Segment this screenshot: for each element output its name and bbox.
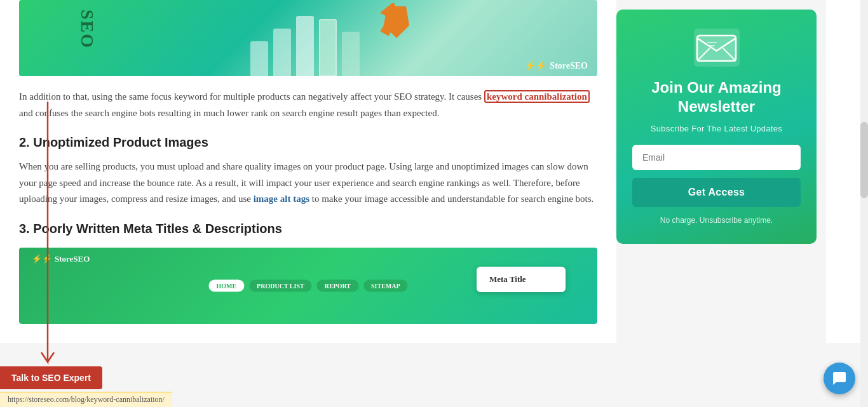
seo-label: SEO [77,10,97,49]
meta-title-box: Meta Title [477,267,566,292]
main-content: SEO ⚡⚡ StoreSEO [0,0,616,343]
newsletter-title: Join Our Amazing Newsletter [632,78,801,116]
storeseo-icon: ⚡⚡ [525,60,546,71]
storeseo-logo: ⚡⚡ StoreSEO [525,60,588,71]
newsletter-card: Join Our Amazing Newsletter Subscribe Fo… [616,10,817,244]
paragraph-1: In addition to that, using the same focu… [19,89,597,121]
para1-before: In addition to that, using the same focu… [19,91,484,102]
para1-after: and confuses the search engine bots resu… [19,108,439,118]
nav-report: REPORT [317,279,358,291]
scrollbar-thumb[interactable] [860,122,868,198]
chart-bars [250,16,360,76]
newsletter-subtitle: Subscribe For The Latest Updates [632,124,801,133]
meta-title-label: Meta Title [489,274,526,284]
scrollbar-track[interactable] [860,0,868,343]
envelope-svg [696,30,737,65]
nav-product-list: PRODUCT LIST [249,279,312,291]
svg-rect-2 [707,42,717,43]
article-body: In addition to that, using the same focu… [19,89,597,324]
storeseo-icon-2: ⚡⚡ [32,254,52,264]
top-banner-image: SEO ⚡⚡ StoreSEO [19,0,597,76]
keyword-cannibalization-highlight: keyword cannibalization [484,90,590,103]
svg-rect-1 [697,36,736,61]
get-access-button[interactable]: Get Access [632,178,801,207]
image-alt-tags-link[interactable]: image alt tags [254,194,309,204]
nav-home: HOME [208,279,244,291]
arrow-down-icon [377,3,416,41]
section-heading-3: 3. Poorly Written Meta Titles & Descript… [19,222,597,236]
svg-rect-3 [707,45,715,46]
nav-bar: HOME PRODUCT LIST REPORT SITEMAP [208,279,407,291]
sidebar: Join Our Amazing Newsletter Subscribe Fo… [616,0,826,343]
paragraph-2: When you are selling products, you must … [19,159,597,208]
para2-end: to make your image accessible and unders… [309,194,593,204]
envelope-icon [694,29,740,67]
nav-sitemap: SITEMAP [363,279,408,291]
no-charge-text: No charge. Unsubscribe anytime. [632,216,801,225]
storeseo-logo-2: ⚡⚡ StoreSEO [32,254,90,264]
section-heading-2: 2. Unoptimized Product Images [19,135,597,150]
email-input[interactable] [632,145,801,170]
bottom-banner-image: ⚡⚡ StoreSEO HOME PRODUCT LIST REPORT SIT… [19,248,597,324]
